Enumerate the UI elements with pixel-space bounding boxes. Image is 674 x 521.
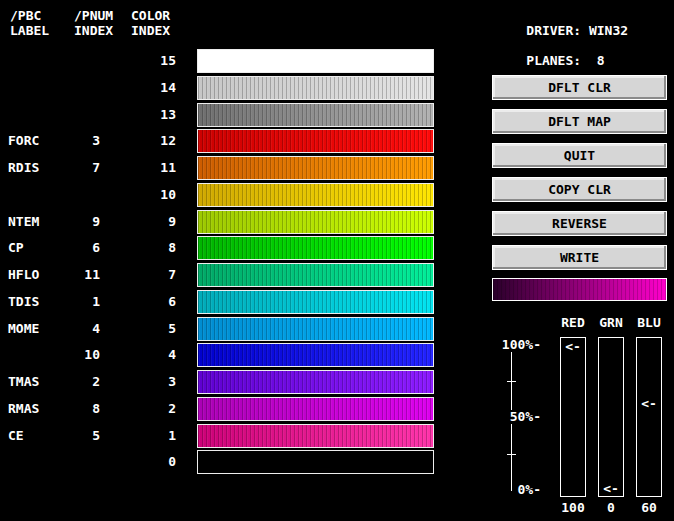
driver-line: DRIVER: WIN32 — [526, 23, 628, 38]
blu-slider-label: BLU — [635, 316, 663, 330]
color-index-value: 11 — [118, 156, 176, 180]
red-slider-marker[interactable]: <- — [561, 340, 585, 354]
blu-slider-track[interactable]: <- — [636, 337, 662, 497]
color-index-value: 9 — [118, 210, 176, 234]
selected-color-preview — [492, 278, 667, 301]
pbc-label-header: /PBCLABEL — [10, 8, 49, 38]
color-swatch[interactable] — [197, 317, 434, 341]
color-index-value: 6 — [118, 290, 176, 314]
blu-slider-marker[interactable]: <- — [637, 397, 661, 411]
color-index-value: 0 — [118, 450, 176, 474]
percent-tick-25 — [507, 454, 516, 455]
color-swatch[interactable] — [197, 183, 434, 207]
reverse-button[interactable]: REVERSE — [492, 211, 667, 236]
scale-label-50: 50%- — [508, 410, 541, 424]
color-swatch[interactable] — [197, 76, 434, 100]
color-index-value: 10 — [118, 183, 176, 207]
pnum-index-value: 8 — [52, 397, 100, 421]
color-index-value: 7 — [118, 263, 176, 287]
color-index-value: 12 — [118, 129, 176, 153]
red-value: 100 — [553, 501, 593, 515]
color-index-value: 5 — [118, 317, 176, 341]
color-swatch[interactable] — [197, 103, 434, 127]
scale-label-100: 100%- — [500, 338, 541, 352]
grn-slider-label: GRN — [597, 316, 625, 330]
dflt-clr-button[interactable]: DFLT CLR — [492, 75, 667, 100]
blu-value: 60 — [629, 501, 669, 515]
color-swatch[interactable] — [197, 156, 434, 180]
color-swatch[interactable] — [197, 129, 434, 153]
color-index-value: 14 — [118, 76, 176, 100]
pnum-index-value: 4 — [52, 317, 100, 341]
color-index-value: 4 — [118, 343, 176, 367]
color-index-value: 8 — [118, 236, 176, 260]
pnum-index-header: /PNUMINDEX — [74, 8, 113, 38]
color-index-value: 1 — [118, 424, 176, 448]
color-swatch[interactable] — [197, 450, 434, 474]
dflt-map-button[interactable]: DFLT MAP — [492, 109, 667, 134]
planes-line: PLANES: 8 — [526, 53, 604, 68]
copy-clr-button[interactable]: COPY CLR — [492, 177, 667, 202]
red-slider-track[interactable]: <- — [560, 337, 586, 497]
pnum-index-value: 7 — [52, 156, 100, 180]
pnum-index-value: 5 — [52, 424, 100, 448]
quit-button[interactable]: QUIT — [492, 143, 667, 168]
color-index-value: 3 — [118, 370, 176, 394]
color-swatch[interactable] — [197, 236, 434, 260]
pnum-index-value: 1 — [52, 290, 100, 314]
color-swatch[interactable] — [197, 397, 434, 421]
pnum-index-value: 3 — [52, 129, 100, 153]
color-map-editor: /PBCLABEL /PNUMINDEX COLORINDEX 151413FO… — [0, 0, 674, 521]
grn-slider-marker[interactable]: <- — [599, 482, 623, 496]
pnum-index-value: 11 — [52, 263, 100, 287]
color-swatch[interactable] — [197, 343, 434, 367]
pnum-index-value: 2 — [52, 370, 100, 394]
pnum-index-value: 10 — [52, 343, 100, 367]
color-swatch[interactable] — [197, 263, 434, 287]
color-swatch[interactable] — [197, 210, 434, 234]
color-swatch[interactable] — [197, 424, 434, 448]
scale-label-0: 0%- — [516, 483, 541, 497]
color-index-value: 13 — [118, 103, 176, 127]
color-index-value: 2 — [118, 397, 176, 421]
percent-tick-75 — [507, 381, 516, 382]
grn-value: 0 — [591, 501, 631, 515]
pnum-index-value: 9 — [52, 210, 100, 234]
write-button[interactable]: WRITE — [492, 245, 667, 270]
color-index-header: COLORINDEX — [131, 8, 170, 38]
color-swatch[interactable] — [197, 290, 434, 314]
red-slider-label: RED — [559, 316, 587, 330]
pnum-index-value: 6 — [52, 236, 100, 260]
color-swatch[interactable] — [197, 49, 434, 73]
color-swatch[interactable] — [197, 370, 434, 394]
color-index-value: 15 — [118, 49, 176, 73]
grn-slider-track[interactable]: <- — [598, 337, 624, 497]
